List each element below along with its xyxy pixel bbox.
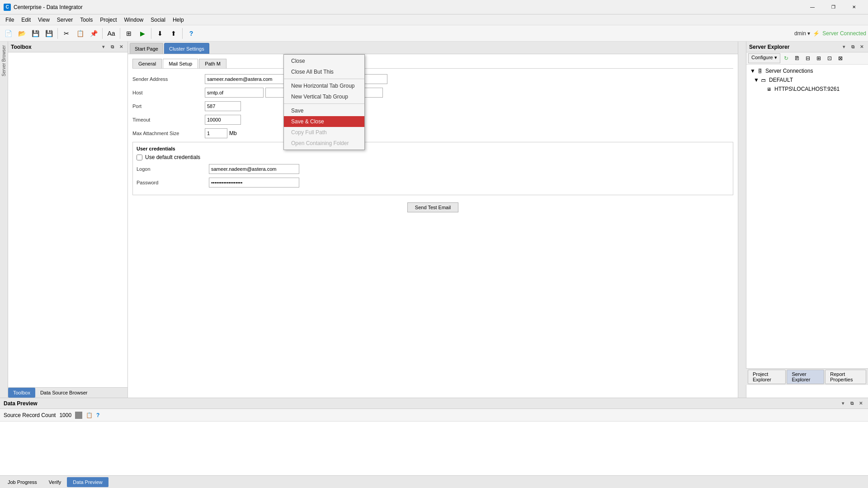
ctx-sep2 [284,103,364,104]
stop-button[interactable] [75,412,82,419]
menu-project[interactable]: Project [96,14,120,25]
use-default-checkbox[interactable] [137,155,142,160]
menu-social[interactable]: Social [147,14,169,25]
cluster-tab-path[interactable]: Path M [199,59,226,68]
send-test-container: Send Test Email [132,202,733,212]
toolbox-header: Toolbox ▾ ⧉ ✕ [8,42,127,52]
menu-window[interactable]: Window [121,14,147,25]
ctx-new-vertical[interactable]: New Vertical Tab Group [284,91,364,102]
save-button[interactable]: 💾 [29,27,42,40]
toolbox-close-button[interactable]: ✕ [118,43,125,51]
cluster-tab-general[interactable]: General [132,59,162,68]
close-button[interactable]: ✕ [844,0,864,14]
minimize-button[interactable]: — [802,0,823,14]
cluster-panel: General Mail Setup Path M Sender Address… [128,54,738,398]
help-data-button[interactable]: ? [96,412,99,418]
copy-button[interactable]: 📋 [74,27,86,40]
logon-input[interactable] [209,164,299,174]
paste-button[interactable]: 📌 [87,27,100,40]
maximize-button[interactable]: ❐ [823,0,844,14]
ctx-save-close[interactable]: Save & Close [284,116,364,127]
sender-address-label: Sender Address [132,76,205,82]
help-button[interactable]: ? [185,27,198,40]
ctx-copy-path[interactable]: Copy Full Path [284,127,364,138]
host-input[interactable] [205,88,264,98]
timeout-input[interactable] [205,115,241,125]
max-attachment-unit: Mb [229,130,237,136]
open-button[interactable]: 📂 [15,27,28,40]
server-toolbar-btn1[interactable]: 🖹 [792,53,802,63]
default-icon: 🗃 [760,76,767,84]
data-preview-title: Data Preview [4,400,38,407]
data-preview-close[interactable]: ✕ [857,400,864,407]
server-connections-node[interactable]: ▼ 🗄 Server Connections [748,66,866,75]
configure-button[interactable]: Configure ▾ [748,53,780,63]
ctx-close[interactable]: Close [284,56,364,66]
menu-tools[interactable]: Tools [76,14,96,25]
username[interactable]: dmin ▾ [794,30,810,37]
new-button[interactable]: 📄 [2,27,14,40]
server-explorer-pin-button[interactable]: ▾ [840,43,847,51]
data-preview-controls: ▾ ⧉ ✕ [839,400,864,407]
source-record-label: Source Record Count [4,412,56,418]
report-properties-tab[interactable]: Report Properties [825,370,866,384]
toolbox-title: Toolbox [11,44,32,50]
menu-file[interactable]: File [2,14,18,25]
ctx-open-folder[interactable]: Open Containing Folder [284,138,364,149]
export-button[interactable]: ⬆ [167,27,180,40]
https-node[interactable]: 🖥 HTTPS\LOCALHOST:9261 [748,84,866,94]
menu-server[interactable]: Server [53,14,76,25]
user-credentials-title: User credentials [137,146,729,151]
run-button[interactable]: ▶ [136,27,149,40]
password-input[interactable] [209,178,299,188]
server-toolbar-btn4[interactable]: ⊡ [825,53,835,63]
bottom-tab-bar: Job Progress Verify Data Preview [0,475,868,488]
port-input[interactable] [205,101,241,111]
menu-edit[interactable]: Edit [18,14,34,25]
expand-default[interactable]: ▼ [754,77,759,83]
refresh-button[interactable]: ↻ [781,53,791,63]
ctx-new-horizontal[interactable]: New Horizontal Tab Group [284,80,364,91]
layout-button[interactable]: ⊞ [123,27,135,40]
tab-data-preview[interactable]: Data Preview [67,477,108,487]
server-toolbar-btn2[interactable]: ⊟ [803,53,813,63]
server-explorer-close-button[interactable]: ✕ [858,43,865,51]
tab-datasource-browser[interactable]: Data Source Browser [35,388,93,398]
default-label: DEFAULT [769,77,793,83]
toolbox-pin-button[interactable]: ▾ [99,43,107,51]
toolbox-float-button[interactable]: ⧉ [108,43,116,51]
data-preview-float[interactable]: ⧉ [848,400,855,407]
menu-help[interactable]: Help [169,14,188,25]
server-explorer-tab[interactable]: Server Explorer [787,370,824,384]
max-attachment-input[interactable] [205,128,227,138]
ctx-save[interactable]: Save [284,105,364,116]
content-area: Start Page Cluster Settings Close Close … [128,42,738,398]
copy-data-button[interactable]: 📋 [86,412,93,418]
host-label: Host [132,90,205,95]
tab-toolbox[interactable]: Toolbox [8,388,35,398]
tab-job-progress[interactable]: Job Progress [2,477,43,487]
ctx-close-all-but-this[interactable]: Close All But This [284,66,364,77]
cut-button[interactable]: ✂ [60,27,73,40]
server-toolbar-btn3[interactable]: ⊞ [814,53,824,63]
port-label: Port [132,103,205,109]
source-record-bar: Source Record Count 1000 📋 ? [0,409,868,422]
menu-view[interactable]: View [34,14,53,25]
project-explorer-tab[interactable]: Project Explorer [748,370,786,384]
default-node[interactable]: ▼ 🗃 DEFAULT [748,75,866,84]
tab-cluster-settings[interactable]: Cluster Settings [164,43,209,54]
import-button[interactable]: ⬇ [154,27,166,40]
toolbar: 📄 📂 💾 💾 ✂ 📋 📌 Aa ⊞ ▶ ⬇ ⬆ ? dmin ▾ ⚡ Serv… [0,25,868,42]
server-explorer-float-button[interactable]: ⧉ [849,43,856,51]
expand-server-connections[interactable]: ▼ [750,68,755,74]
send-test-email-button[interactable]: Send Test Email [407,202,458,212]
tab-start-page[interactable]: Start Page [130,43,163,54]
server-toolbar-btn5[interactable]: ⊠ [835,53,845,63]
save-all-button[interactable]: 💾 [42,27,55,40]
tab-verify[interactable]: Verify [43,477,67,487]
tab-bar: Start Page Cluster Settings Close Close … [128,42,738,54]
data-preview-pin[interactable]: ▾ [839,400,846,407]
cluster-tab-mail-setup[interactable]: Mail Setup [163,59,198,68]
font-button[interactable]: Aa [105,27,118,40]
server-browser-strip[interactable]: Server Browser [0,43,7,78]
